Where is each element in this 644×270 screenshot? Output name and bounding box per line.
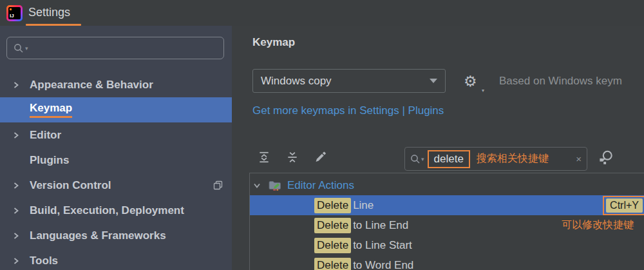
folder-edit-icon (268, 180, 282, 191)
get-more-keymaps-link[interactable]: Get more keymaps in Settings | Plugins (252, 104, 444, 117)
action-name: to Line End (353, 219, 408, 232)
sidebar-item-label: Build, Execution, Deployment (30, 204, 184, 217)
chevron-right-icon[interactable] (13, 182, 30, 189)
shortcut-edit-annotation: 可以修改快捷键 (562, 218, 634, 232)
collapse-all-icon[interactable] (286, 151, 300, 165)
intellij-logo-letters: IJ (10, 13, 14, 19)
title-bar: IJ Settings (0, 0, 644, 26)
sidebar-item-label: Languages & Frameworks (30, 229, 166, 242)
sidebar-search-input[interactable]: ▾ (6, 37, 224, 59)
expand-all-icon[interactable] (258, 151, 272, 165)
chevron-right-icon[interactable] (13, 257, 30, 265)
chevron-right-icon[interactable] (13, 207, 30, 215)
keymap-options-gear-button[interactable]: ⚙ ▾ (464, 73, 483, 92)
intellij-logo-dot (10, 8, 12, 10)
sidebar-item-build-execution-deployment[interactable]: Build, Execution, Deployment (0, 198, 232, 223)
page-title: Keymap (252, 36, 295, 49)
sidebar-item-tools[interactable]: Tools (0, 248, 232, 270)
sidebar-item-editor[interactable]: Editor (0, 122, 232, 148)
tree-row-delete-to-word-end[interactable]: Delete to Word End (250, 255, 644, 270)
chevron-right-icon[interactable] (13, 81, 30, 89)
search-annotation-text: 搜索相关快捷键 (477, 152, 549, 166)
sidebar-tree: Appearance & Behavior Keymap Editor Plug… (0, 72, 232, 270)
chevron-right-icon[interactable] (13, 232, 30, 240)
tree-row-delete-to-line-start[interactable]: Delete to Line Start (250, 235, 644, 255)
keymap-scheme-value: Windows copy (261, 75, 332, 88)
dropdown-caret-icon (430, 79, 437, 83)
gear-icon: ⚙ (464, 73, 477, 90)
sidebar-item-plugins[interactable]: Plugins (0, 148, 232, 173)
sidebar-item-label: Version Control (30, 179, 111, 192)
sidebar-item-label: Plugins (30, 154, 69, 167)
shortcut-badge: Ctrl+Y (606, 198, 643, 213)
keymap-action-search-input[interactable]: ▾ delete 搜索相关快捷键 × (404, 147, 587, 171)
find-actions-by-shortcut-icon[interactable] (596, 149, 614, 167)
search-match-highlight: Delete (314, 238, 351, 253)
tree-group-label: Editor Actions (287, 179, 354, 192)
search-term-annotation-box: delete (428, 150, 470, 168)
sidebar-item-label: Keymap (30, 102, 72, 118)
search-icon (14, 43, 24, 53)
keymap-scheme-dropdown[interactable]: Windows copy (252, 69, 446, 93)
action-name: to Line Start (353, 239, 412, 252)
clear-search-icon[interactable]: × (576, 153, 582, 164)
search-input-value: delete (434, 153, 464, 165)
search-icon (410, 154, 421, 164)
sidebar-item-label: Editor (30, 129, 61, 142)
based-on-text: Based on Windows keym (499, 75, 622, 88)
tree-group-editor-actions[interactable]: Editor Actions (250, 175, 644, 195)
sidebar-item-label: Tools (30, 255, 58, 267)
tree-row-delete-to-line-end[interactable]: Delete to Line End 可以修改快捷键 (250, 215, 644, 235)
shortcut-annotation-box: Ctrl+Y (603, 196, 644, 215)
sidebar-item-appearance-behavior[interactable]: Appearance & Behavior (0, 72, 232, 97)
action-name: Line (353, 199, 374, 212)
action-name: to Word End (353, 259, 413, 270)
intellij-logo-inner: IJ (8, 7, 21, 19)
sidebar-item-version-control[interactable]: Version Control (0, 173, 232, 198)
search-history-caret-icon[interactable]: ▾ (25, 45, 28, 52)
edit-pencil-icon[interactable] (314, 151, 328, 165)
sidebar-item-languages-frameworks[interactable]: Languages & Frameworks (0, 223, 232, 248)
chevron-down-icon[interactable] (253, 182, 261, 189)
keymap-actions-tree: Editor Actions Delete Line Ctrl+Y Delete… (249, 173, 644, 270)
search-match-highlight: Delete (314, 198, 351, 213)
sidebar-item-label: Appearance & Behavior (30, 79, 153, 92)
search-history-caret-icon[interactable]: ▾ (421, 156, 424, 162)
copy-icon (213, 180, 223, 190)
settings-sidebar: ▾ Appearance & Behavior Keymap Editor Pl… (0, 26, 232, 270)
intellij-logo-icon: IJ (6, 5, 23, 21)
search-match-highlight: Delete (314, 258, 351, 270)
chevron-right-icon[interactable] (13, 131, 30, 139)
keymap-settings-panel: Keymap Windows copy ⚙ ▾ Based on Windows… (232, 26, 644, 270)
gear-caret-icon: ▾ (482, 88, 484, 93)
search-match-highlight: Delete (314, 218, 351, 233)
sidebar-item-keymap[interactable]: Keymap (0, 97, 232, 122)
window-title: Settings (28, 6, 70, 19)
tree-row-delete-line[interactable]: Delete Line Ctrl+Y (250, 195, 644, 215)
